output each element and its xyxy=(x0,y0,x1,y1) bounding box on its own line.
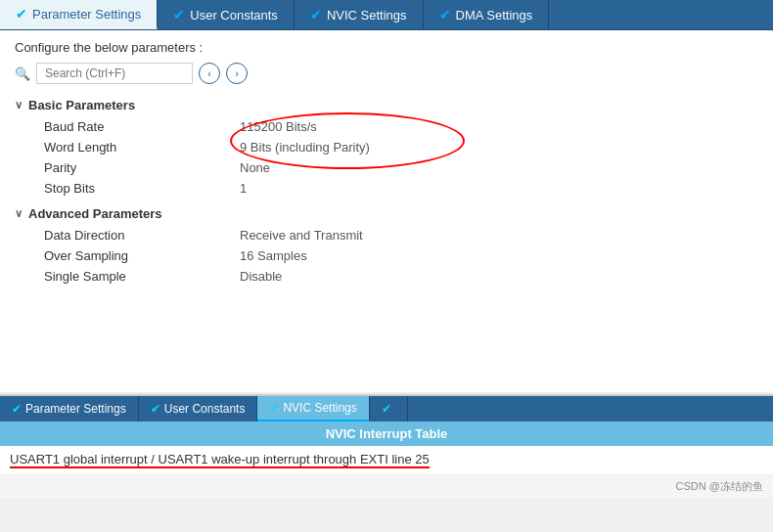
param-value-single-sample: Disable xyxy=(240,269,282,284)
nvic-interrupt-row: USART1 global interrupt / USART1 wake-up… xyxy=(0,446,773,475)
param-name-parity: Parity xyxy=(44,160,240,175)
nvic-title-bar: NVIC Interrupt Table xyxy=(0,421,773,446)
bottom-check-nvic: ✔ xyxy=(269,401,279,415)
bottom-tab-nvic-settings[interactable]: ✔ NVIC Settings xyxy=(257,396,369,421)
bottom-tab-param-settings[interactable]: ✔ Parameter Settings xyxy=(0,396,139,421)
advanced-params-header[interactable]: ∨ Advanced Parameters xyxy=(15,202,758,225)
tab-label-nvic: NVIC Settings xyxy=(327,8,407,22)
param-name-baud: Baud Rate xyxy=(44,119,240,134)
search-input[interactable] xyxy=(36,63,193,84)
bottom-tab-label-param: Parameter Settings xyxy=(25,402,126,416)
bottom-check-param: ✔ xyxy=(12,402,22,416)
param-row-stop-bits: Stop Bits 1 xyxy=(15,178,758,199)
highlight-word-parity: 9 Bits (including Parity) xyxy=(240,140,370,155)
bottom-tab-label-user: User Constants xyxy=(164,402,246,416)
bottom-tab-label-nvic: NVIC Settings xyxy=(283,401,356,415)
chevron-advanced: ∨ xyxy=(15,207,23,220)
tab-parameter-settings[interactable]: ✔ Parameter Settings xyxy=(0,0,158,29)
nvic-row-text: USART1 global interrupt / USART1 wake-up… xyxy=(10,452,430,468)
param-value-baud: 115200 Bits/s xyxy=(240,119,317,134)
check-icon-nvic: ✔ xyxy=(310,7,322,22)
bottom-tab-partial[interactable]: ✔ xyxy=(370,396,408,421)
watermark: CSDN @冻结的鱼 xyxy=(0,475,773,498)
param-row-over-sampling: Over Sampling 16 Samples xyxy=(15,245,758,266)
tab-dma-settings[interactable]: ✔ DMA Settings xyxy=(424,0,550,29)
bottom-tab-bar: ✔ Parameter Settings ✔ User Constants ✔ … xyxy=(0,396,773,421)
tab-label-dma: DMA Settings xyxy=(456,8,533,22)
advanced-params-label: Advanced Parameters xyxy=(28,206,162,221)
basic-params-header[interactable]: ∨ Basic Parameters xyxy=(15,94,758,116)
bottom-check-partial: ✔ xyxy=(382,402,391,416)
main-content: Configure the below parameters : 🔍 ‹ › ∨… xyxy=(0,30,773,392)
tab-label-user: User Constants xyxy=(190,8,278,22)
param-row-parity: Parity None xyxy=(15,157,758,178)
check-icon-dma: ✔ xyxy=(439,7,451,22)
param-row-word-length: Word Length 9 Bits (including Parity) xyxy=(15,137,758,157)
param-row-data-direction: Data Direction Receive and Transmit xyxy=(15,225,758,245)
nvic-title: NVIC Interrupt Table xyxy=(326,426,448,441)
check-icon-param: ✔ xyxy=(16,6,27,22)
param-name-over-sampling: Over Sampling xyxy=(44,248,240,263)
basic-params-label: Basic Parameters xyxy=(28,98,135,112)
param-value-data-direction: Receive and Transmit xyxy=(240,228,363,243)
tab-user-constants[interactable]: ✔ User Constants xyxy=(158,0,295,29)
param-row-baud-rate: Baud Rate 115200 Bits/s xyxy=(15,116,758,137)
bottom-section: ✔ Parameter Settings ✔ User Constants ✔ … xyxy=(0,394,773,498)
chevron-basic: ∨ xyxy=(15,99,23,111)
param-name-word-length: Word Length xyxy=(44,140,240,155)
tab-nvic-settings[interactable]: ✔ NVIC Settings xyxy=(295,0,424,29)
param-value-parity: None xyxy=(240,160,270,175)
bottom-check-user: ✔ xyxy=(151,402,160,416)
bottom-tab-user-constants[interactable]: ✔ User Constants xyxy=(139,396,258,421)
param-value-stop-bits: 1 xyxy=(240,181,247,196)
params-tree: ∨ Basic Parameters Baud Rate 115200 Bits… xyxy=(15,94,758,287)
param-value-word-length: 9 Bits (including Parity) xyxy=(240,140,370,155)
search-bar: 🔍 ‹ › xyxy=(15,63,758,84)
param-name-single-sample: Single Sample xyxy=(44,269,240,284)
tab-label-param: Parameter Settings xyxy=(32,7,141,22)
param-name-stop-bits: Stop Bits xyxy=(44,181,240,196)
param-value-over-sampling: 16 Samples xyxy=(240,248,307,263)
nav-prev-button[interactable]: ‹ xyxy=(199,63,220,84)
nav-next-button[interactable]: › xyxy=(226,63,248,84)
param-row-single-sample: Single Sample Disable xyxy=(15,266,758,287)
search-icon: 🔍 xyxy=(15,66,30,81)
param-name-data-direction: Data Direction xyxy=(44,228,240,243)
config-label: Configure the below parameters : xyxy=(15,40,758,55)
check-icon-user: ✔ xyxy=(173,7,185,22)
top-tab-bar: ✔ Parameter Settings ✔ User Constants ✔ … xyxy=(0,0,773,30)
